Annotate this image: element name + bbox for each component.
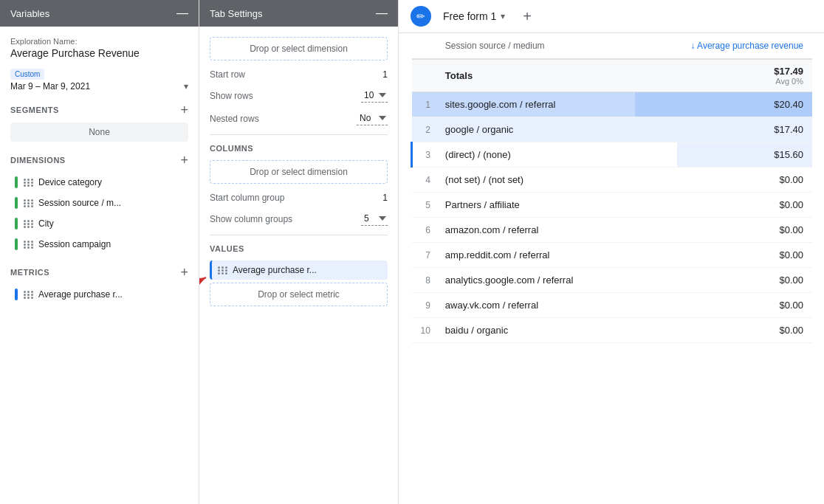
- segments-title: SEGMENTS: [10, 106, 59, 114]
- totals-sub: Avg 0%: [644, 77, 803, 86]
- add-segment-button[interactable]: +: [180, 103, 188, 117]
- row-source: Partners / affiliate: [436, 193, 635, 218]
- dimension-color-bar: [15, 176, 18, 188]
- table-row[interactable]: 4 (not set) / (not set) $0.00: [412, 168, 813, 193]
- tab-free-form-1[interactable]: Free form 1 ▾: [437, 7, 511, 25]
- table-head: Session source / medium ↓ Average purcha…: [412, 33, 813, 59]
- segments-header: SEGMENTS +: [10, 103, 188, 117]
- dimension-item-device-category[interactable]: Device category: [10, 173, 188, 192]
- variables-header: Variables —: [0, 0, 199, 27]
- variables-content: Exploration Name: Average Purchase Reven…: [0, 27, 199, 504]
- row-num: 6: [412, 218, 436, 243]
- row-source: away.vk.com / referral: [436, 293, 635, 318]
- table-header-row: Session source / medium ↓ Average purcha…: [412, 33, 813, 59]
- tab-bar: ✏ Free form 1 ▾ +: [399, 0, 824, 33]
- tab-settings-minimize[interactable]: —: [376, 7, 388, 19]
- rows-drop-dimension[interactable]: Drop or select dimension: [210, 37, 388, 61]
- table-row[interactable]: 9 away.vk.com / referral $0.00: [412, 293, 813, 318]
- row-num: 8: [412, 268, 436, 293]
- start-col-label: Start column group: [210, 193, 284, 203]
- date-range-text: Mar 9 – Mar 9, 2021: [10, 81, 90, 92]
- nested-rows-row: Nested rows No Yes: [210, 111, 388, 125]
- dimension-color-bar: [15, 238, 18, 250]
- columns-drop-dimension[interactable]: Drop or select dimension: [210, 160, 388, 184]
- metric-color-bar: [15, 289, 18, 300]
- add-dimension-button[interactable]: +: [180, 153, 188, 167]
- dimensions-header: DIMENSIONS +: [10, 153, 188, 167]
- variables-minimize[interactable]: —: [176, 7, 188, 19]
- dimension-label: Session source / m...: [38, 198, 121, 208]
- variables-title: Variables: [10, 8, 49, 19]
- show-rows-select[interactable]: 10 25 50: [361, 89, 388, 103]
- col-num-header: [412, 33, 436, 59]
- sort-indicator: ↓ Average purchase revenue: [690, 41, 803, 51]
- variables-panel: Variables — Exploration Name: Average Pu…: [0, 0, 199, 504]
- segments-none[interactable]: None: [10, 122, 188, 142]
- table-row[interactable]: 10 baidu / organic $0.00: [412, 318, 813, 343]
- table-row[interactable]: 7 amp.reddit.com / referral $0.00: [412, 243, 813, 268]
- show-col-groups-label: Show column groups: [210, 214, 292, 224]
- row-value: $20.40: [635, 92, 812, 117]
- dimension-label: Device category: [38, 177, 102, 187]
- tab-settings-title: Tab Settings: [210, 8, 263, 19]
- show-rows-label: Show rows: [210, 91, 253, 101]
- row-value: $15.60: [635, 142, 812, 168]
- col-value-header[interactable]: ↓ Average purchase revenue: [635, 33, 812, 59]
- show-col-groups-select[interactable]: 5 10 20: [361, 212, 388, 226]
- tab-settings-header: Tab Settings —: [199, 0, 398, 27]
- start-col-row: Start column group 1: [210, 193, 388, 203]
- values-container: Average purchase r...: [210, 260, 388, 280]
- grid-icon: [24, 199, 34, 207]
- tab-label: Free form 1: [443, 10, 496, 22]
- row-source: (not set) / (not set): [436, 168, 635, 193]
- nested-rows-label: Nested rows: [210, 114, 259, 124]
- start-row-row: Start row 1: [210, 69, 388, 80]
- main-content: ✏ Free form 1 ▾ + Session source / mediu…: [399, 0, 824, 504]
- metrics-title: METRICS: [10, 268, 49, 277]
- values-title: VALUES: [210, 244, 388, 253]
- row-value: $0.00: [635, 268, 812, 293]
- metric-label: Average purchase r...: [38, 289, 123, 300]
- row-value: $0.00: [635, 318, 812, 343]
- table-row[interactable]: 5 Partners / affiliate $0.00: [412, 193, 813, 218]
- show-rows-row: Show rows 10 25 50: [210, 89, 388, 103]
- exploration-label: Exploration Name:: [10, 37, 188, 46]
- values-drop-metric[interactable]: Drop or select metric: [210, 283, 388, 306]
- exploration-name: Average Purchase Revenue: [10, 47, 188, 59]
- row-value: $0.00: [635, 218, 812, 243]
- table-row[interactable]: 2 google / organic $17.40: [412, 117, 813, 142]
- columns-title: COLUMNS: [210, 144, 388, 153]
- table-row[interactable]: 8 analytics.google.com / referral $0.00: [412, 268, 813, 293]
- row-source: amazon.com / referral: [436, 218, 635, 243]
- value-label: Average purchase r...: [233, 265, 317, 275]
- section-divider-2: [210, 235, 388, 235]
- dimension-color-bar: [15, 218, 18, 229]
- start-row-value: 1: [382, 69, 388, 80]
- date-range-row[interactable]: Mar 9 – Mar 9, 2021 ▾: [10, 81, 188, 92]
- date-badge: Custom: [10, 69, 44, 80]
- add-tab-button[interactable]: +: [517, 7, 538, 27]
- metric-item-avg-purchase[interactable]: Average purchase r...: [10, 285, 188, 304]
- table-row[interactable]: 3 (direct) / (none) $15.60: [412, 142, 813, 168]
- dimension-label: Session campaign: [38, 239, 111, 249]
- metrics-header: METRICS +: [10, 266, 188, 279]
- add-metric-button[interactable]: +: [180, 266, 188, 279]
- grid-icon: [24, 291, 34, 299]
- dimension-item-city[interactable]: City: [10, 214, 188, 233]
- data-table: Session source / medium ↓ Average purcha…: [411, 33, 812, 343]
- nested-rows-select[interactable]: No Yes: [357, 111, 388, 125]
- value-item-avg-purchase[interactable]: Average purchase r...: [210, 260, 388, 280]
- table-row[interactable]: 6 amazon.com / referral $0.00: [412, 218, 813, 243]
- tab-icon: ✏: [411, 6, 431, 27]
- grid-icon: [24, 179, 34, 187]
- row-value: $0.00: [635, 193, 812, 218]
- grid-icon: [24, 241, 34, 249]
- metrics-section: METRICS + Average purchase r...: [10, 266, 188, 304]
- show-col-groups-row: Show column groups 5 10 20: [210, 212, 388, 226]
- grid-icon: [218, 266, 228, 275]
- dimensions-title: DIMENSIONS: [10, 156, 66, 165]
- dimension-item-session-campaign[interactable]: Session campaign: [10, 235, 188, 254]
- row-num: 9: [412, 293, 436, 318]
- table-row[interactable]: 1 sites.google.com / referral $20.40: [412, 92, 813, 117]
- dimension-item-session-source[interactable]: Session source / m...: [10, 193, 188, 213]
